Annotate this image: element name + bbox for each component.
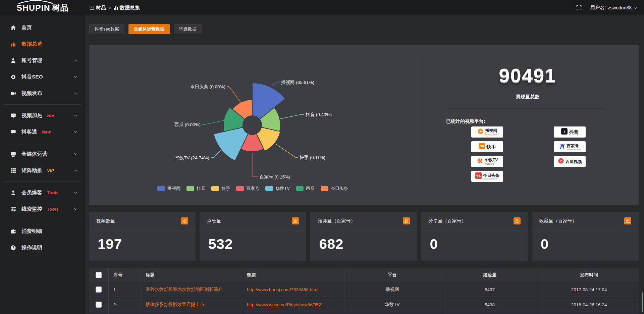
username-value: zswodun88	[608, 5, 632, 10]
wasu-logo-icon	[477, 158, 483, 165]
total-badge[interactable]: 总	[514, 217, 521, 224]
tab-抖音seo数据[interactable]: 抖音seo数据	[89, 24, 124, 34]
platform-badge-抖音[interactable]: ♪♪抖音	[554, 126, 586, 138]
column-header-label: 播放量	[483, 272, 497, 278]
legend-item-百家号[interactable]: 百家号	[236, 186, 259, 192]
sidebar-item-全媒体运营[interactable]: 全媒体运营	[0, 146, 85, 162]
video-title[interactable]: 楼体投影灯投影效果震撼上市	[146, 302, 205, 308]
total-badge[interactable]: 总	[181, 217, 188, 224]
fullscreen-icon[interactable]	[576, 5, 582, 10]
legend-swatch	[321, 186, 328, 191]
username-label: 用户名:	[590, 5, 606, 11]
user-menu[interactable]: 用户名: zswodun88	[590, 5, 637, 11]
chart-icon	[10, 41, 16, 47]
sidebar-item-账号管理[interactable]: 账号管理	[0, 52, 85, 69]
legend-label: 今日头条	[331, 186, 348, 192]
total-badge[interactable]: 总	[403, 217, 410, 224]
pie-label-line-播视网	[272, 82, 280, 86]
sidebar-item-label: 抖音SEO	[21, 73, 43, 81]
monitor-icon	[10, 151, 16, 157]
legend-item-快手[interactable]: 快手	[211, 186, 230, 192]
column-header-标题: 标题	[141, 268, 242, 282]
legend-label: 快手	[221, 186, 230, 192]
row-checkbox[interactable]	[96, 302, 102, 308]
breadcrumb-root[interactable]: 树品	[90, 5, 106, 11]
column-header-平台: 平台	[344, 268, 440, 282]
tab-询盘数据[interactable]: 询盘数据	[174, 24, 202, 34]
legend-item-华数TV[interactable]: 华数TV	[265, 186, 290, 192]
chat-icon	[10, 129, 16, 135]
sidebar-item-操作说明[interactable]: ?操作说明	[0, 240, 85, 256]
sidebar-item-会员爆客[interactable]: 会员爆客Tools	[0, 185, 85, 201]
platforms-label: 已统计的视频平台:	[417, 118, 639, 124]
legend-label: 百家号	[246, 186, 259, 192]
platform-badge-播视网[interactable]: 播视网boosj.com	[471, 126, 503, 138]
sidebar-item-label: 首页	[21, 24, 32, 31]
platform-badge-今日头条[interactable]: 头条今日头条	[471, 171, 503, 182]
video-icon	[10, 91, 16, 96]
sidebar-badge-VIP: VIP	[47, 168, 54, 173]
legend-item-抖音[interactable]: 抖音	[186, 186, 205, 192]
stat-cards: 视频数量总197点赞量总532推荐量（百家号）总682分享量（百家号）总0收藏量…	[89, 212, 639, 261]
tab-全媒体运营数据[interactable]: 全媒体运营数据	[128, 24, 170, 34]
platform-badge-快手[interactable]: 快手	[471, 141, 503, 152]
data-tabs: 抖音seo数据全媒体运营数据询盘数据	[89, 24, 202, 34]
sidebar-item-视频加热[interactable]: 视频加热Hot	[0, 107, 85, 124]
platform-name: 播视网	[485, 128, 497, 133]
question-icon: ?	[10, 245, 16, 251]
chevron-down-icon	[74, 169, 77, 172]
sidebar-item-抖客通[interactable]: 抖客通New	[0, 124, 85, 140]
user-icon	[10, 58, 16, 63]
app-logo[interactable]: SHUPIN 树品	[0, 0, 85, 15]
platform-tagline	[483, 178, 497, 179]
column-header-label: 序号	[113, 272, 122, 278]
sidebar-item-label: 消费明细	[21, 228, 42, 235]
sidebar-item-线索监控[interactable]: 线索监控Tools	[0, 201, 85, 217]
row-checkbox[interactable]	[96, 286, 102, 293]
summary-region: 90491 展现量总数 已统计的视频平台: 播视网boosj.com快手华数TV…	[417, 45, 639, 205]
sidebar-item-抖音SEO[interactable]: 抖音SEO	[0, 69, 85, 85]
pie-label-西瓜: 西瓜 (0.00%)	[174, 122, 201, 127]
kuaishou-logo-icon	[479, 143, 485, 151]
monitor-icon	[10, 113, 16, 118]
video-link-cell: http://www.boosj.com/7338468.html	[242, 282, 344, 297]
platform-badge-西瓜视频[interactable]: 西瓜视频	[554, 156, 586, 167]
sidebar-item-label: 矩阵助推	[21, 167, 42, 174]
svg-text:头条: 头条	[476, 174, 481, 177]
row-number: 1	[113, 287, 116, 292]
sidebar-item-数据总览[interactable]: 数据总览	[0, 36, 85, 52]
sidebar-item-矩阵助推[interactable]: 矩阵助推VIP	[0, 162, 85, 179]
sidebar-item-label: 全媒体运营	[21, 151, 48, 158]
pie-label-快手: 快手 (0.11%)	[299, 155, 325, 160]
breadcrumb: 树品 > 数据总览	[90, 5, 140, 11]
stat-card-value: 0	[532, 230, 639, 252]
xigua-logo-icon	[558, 158, 564, 165]
scrollbar-thumb[interactable]	[642, 293, 643, 312]
sidebar-item-首页[interactable]: 首页	[0, 19, 85, 36]
legend-item-西瓜[interactable]: 西瓜	[296, 186, 315, 192]
video-link[interactable]: http://www.wasu.cn/Play/show/id/952...	[247, 302, 325, 307]
window-icon	[90, 5, 94, 10]
platform-sub: wasu.cn	[485, 163, 494, 165]
baijiahao-logo-icon: 百	[559, 143, 565, 151]
video-title[interactable]: 室外水纹灯和室内水纹灯的区别和简介	[146, 286, 223, 293]
sidebar-divider	[4, 143, 81, 143]
pie-slice-华数TV[interactable]	[214, 127, 248, 161]
chevron-down-icon	[74, 92, 77, 95]
stat-card-value: 197	[89, 230, 196, 252]
stat-card-title: 分享量（百家号）	[429, 218, 466, 224]
breadcrumb-separator: >	[109, 5, 111, 10]
sidebar-item-视频发布[interactable]: 视频发布	[0, 85, 85, 102]
total-badge[interactable]: 总	[624, 217, 631, 224]
chart-legend: 播视网抖音快手百家号华数TV西瓜今日头条	[89, 186, 417, 192]
breadcrumb-current[interactable]: 数据总览	[114, 5, 140, 11]
row-checkbox[interactable]	[96, 272, 102, 278]
sidebar-item-消费明细[interactable]: 消费明细	[0, 223, 85, 240]
legend-item-今日头条[interactable]: 今日头条	[321, 186, 348, 192]
video-link[interactable]: http://www.boosj.com/7338468.html	[247, 287, 318, 292]
legend-item-播视网[interactable]: 播视网	[157, 186, 180, 192]
total-badge[interactable]: 总	[292, 217, 299, 224]
platform-badge-百家号[interactable]: 百百家号	[554, 141, 586, 152]
column-header-label: 发布时间	[580, 272, 598, 278]
platform-badge-华数TV[interactable]: 华数TVwasu.cn	[471, 156, 503, 167]
